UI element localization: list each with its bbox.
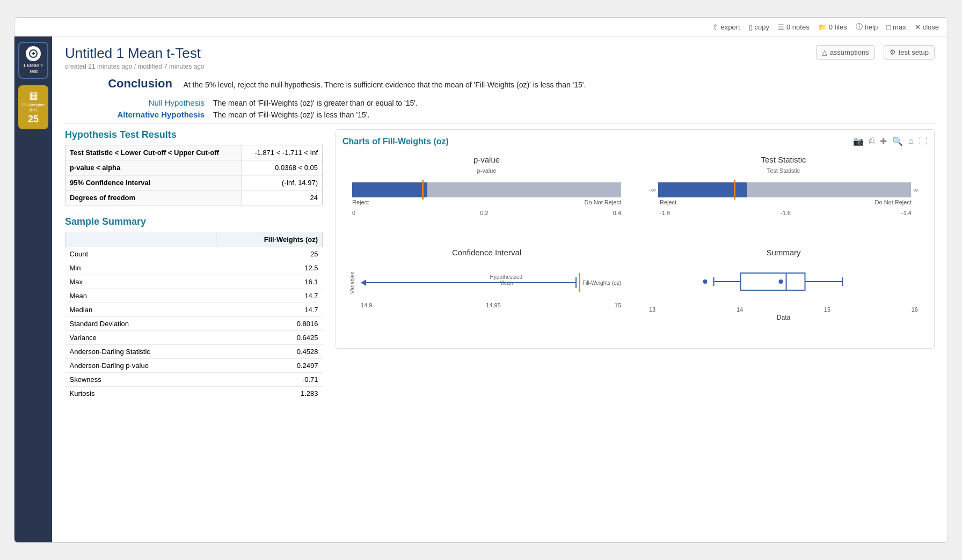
export-icon: ⇧ [712,23,718,31]
sample-row-label: Anderson-Darling Statistic [65,345,216,359]
test-setup-button[interactable]: ⚙ test setup [884,45,935,60]
pvalue-axis-2: 0.4 [613,210,621,216]
summary-x-label: Data [649,314,918,321]
files-button[interactable]: 📁 0 files [818,23,847,31]
sample-table-row: Kurtosis1.283 [65,387,323,401]
sample-row-label: Kurtosis [65,387,216,401]
page-title: Untitled 1 Mean t-Test [65,45,205,62]
ts-chart-title: Test Statistic [644,155,923,164]
files-icon: 📁 [818,23,827,31]
results-row-label: Degrees of freedom [65,190,242,205]
summary-chart-title: Summary [644,248,923,257]
max-button[interactable]: □ max [886,23,906,31]
close-button[interactable]: ✕ close [915,23,939,31]
hypothesis-test-title: Hypothesis Test Results [65,129,323,141]
ci-line [366,282,575,283]
pvalue-chart-title: p-value [347,155,626,164]
right-column: Charts of Fill-Weights (oz) 📷 ⎙ ✚ 🔍 ⌂ ⛶ [336,129,935,400]
pvalue-reject-label: Reject [352,199,369,205]
boxplot-svg [649,260,918,303]
results-table-row: Test Statistic < Lower Cut-off < Upper C… [65,145,323,160]
copy-button[interactable]: ▯ copy [749,23,769,31]
results-row-label: 95% Confidence Interval [65,175,242,190]
alt-hypothesis-label: Alternative Hypothesis [65,110,205,119]
sample-row-label: Max [65,275,216,289]
pvalue-orange-line [422,180,424,200]
results-row-value: 0.0368 < 0.05 [242,160,322,175]
sidebar-test-badge[interactable]: 1 Mean t-Test [18,42,48,79]
sample-row-value: 0.8016 [216,317,323,331]
sample-summary-title: Sample Summary [65,216,323,227]
pvalue-chart-subtitle: p-value [347,167,626,174]
content-area: 1 Mean t-Test ▦ Fill-Weights (oz) 25 Unt… [14,36,948,542]
ci-chart: Confidence Interval HypothesizedMean Var… [342,244,631,342]
chart-toolbar: 📷 ⎙ ✚ 🔍 ⌂ ⛶ [853,136,928,146]
title-block: Untitled 1 Mean t-Test created 21 minute… [65,45,205,70]
ts-reject-bar [658,182,747,197]
left-column: Hypothesis Test Results Test Statistic <… [65,129,323,400]
sample-row-value: 14.7 [216,289,323,303]
sample-table-row: Skewness-0.71 [65,373,323,387]
notes-button[interactable]: ☰ 0 notes [778,23,810,31]
sample-row-label: Min [65,261,216,275]
summary-axis-2: 15 [824,306,830,313]
summary-axis-3: 16 [912,306,918,313]
ts-axis-0: -1.8 [660,210,670,216]
sample-row-label: Standard Deviation [65,317,216,331]
sample-row-value: 0.2497 [216,359,323,373]
help-icon: ⓘ [856,22,863,32]
results-row-label: Test Statistic < Lower Cut-off < Upper C… [65,145,242,160]
ts-orange-line [734,180,735,200]
move-icon[interactable]: ✚ [880,136,887,146]
test-icon [26,46,41,61]
home-icon[interactable]: ⌂ [908,136,914,146]
charts-panel: Charts of Fill-Weights (oz) 📷 ⎙ ✚ 🔍 ⌂ ⛶ [336,129,935,349]
triangle-icon: △ [822,48,827,56]
sample-col-label [65,232,216,247]
sample-table-row: Anderson-Darling Statistic0.4528 [65,345,323,359]
results-row-label: p-value < alpha [65,160,242,175]
sample-table-row: Max16.1 [65,275,323,289]
assumptions-button[interactable]: △ assumptions [816,45,875,60]
sample-row-value: 0.6425 [216,331,323,345]
expand-icon[interactable]: ⛶ [919,136,928,146]
notes-icon: ☰ [778,23,784,31]
sample-row-label: Variance [65,331,216,345]
help-button[interactable]: ⓘ help [856,22,878,32]
sample-table-row: Median14.7 [65,303,323,317]
summary-axis-0: 13 [649,306,655,313]
sidebar: 1 Mean t-Test ▦ Fill-Weights (oz) 25 [14,36,52,542]
ci-chart-title: Confidence Interval [347,248,626,257]
sidebar-data-badge[interactable]: ▦ Fill-Weights (oz) 25 [18,85,48,129]
zoom-icon[interactable]: 🔍 [892,136,903,146]
sample-row-value: -0.71 [216,373,323,387]
main-window: ⇧ export ▯ copy ☰ 0 notes 📁 0 files ⓘ he… [14,17,948,543]
sample-row-label: Count [65,247,216,261]
pvalue-chart: p-value p-value Reject [342,151,631,235]
sample-row-label: Skewness [65,373,216,387]
camera-icon[interactable]: 📷 [853,136,864,146]
pvalue-notreject-label: Do Not Reject [585,199,621,205]
svg-rect-5 [741,273,805,290]
sample-table-row: Anderson-Darling p-value0.2497 [65,359,323,373]
summary-axis-1: 14 [737,306,743,313]
charts-grid: p-value p-value Reject [342,151,928,342]
conclusion-text: At the 5% level, reject the null hypothe… [183,80,586,89]
sample-row-label: Mean [65,289,216,303]
export-button[interactable]: ⇧ export [712,23,740,31]
page-subtitle: created 21 minutes ago / modified 7 minu… [65,63,205,70]
header-actions: △ assumptions ⚙ test setup [816,45,935,60]
sample-row-label: Median [65,303,216,317]
ci-orange-line [579,273,580,292]
ci-arrowhead [361,279,366,286]
sample-row-value: 1.283 [216,387,323,401]
conclusion-section: Conclusion At the 5% level, reject the n… [65,77,935,91]
test-statistic-chart: Test Statistic Test Statistic -∞ [639,151,928,235]
null-hypothesis-row: Null Hypothesis The mean of 'Fill-Weight… [65,98,935,107]
ci-row-label: Fill-Weights (oz) [582,280,621,286]
two-col-layout: Hypothesis Test Results Test Statistic <… [65,129,935,400]
download-icon[interactable]: ⎙ [869,136,874,146]
ts-notreject-label: Do Not Reject [875,199,912,205]
sample-row-value: 0.4528 [216,345,323,359]
neg-inf-label: -∞ [649,186,656,194]
